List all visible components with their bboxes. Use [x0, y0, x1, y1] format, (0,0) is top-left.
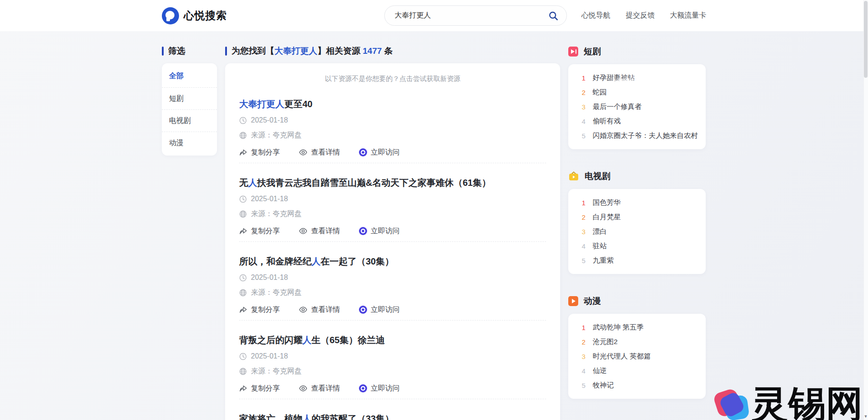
result-title-keyword: 人 [248, 178, 257, 188]
ranking-item[interactable]: 1好孕甜妻被钻 [568, 71, 706, 85]
visit-icon [359, 148, 367, 156]
rank-label: 闪婚京圈太子爷：夫人她来自农村 [593, 131, 698, 141]
copy-share-button[interactable]: 复制分享 [239, 305, 280, 315]
ranking-item[interactable]: 1国色芳华 [568, 195, 706, 210]
search-icon[interactable] [547, 10, 559, 22]
ranking-heading: 短剧 [568, 46, 706, 57]
result-date: 2025-01-18 [251, 352, 288, 360]
result-date-row: 2025-01-18 [239, 116, 546, 125]
rank-number: 4 [580, 367, 587, 375]
search-box[interactable] [384, 5, 567, 26]
brand[interactable]: 心悦搜索 [162, 7, 227, 24]
copy-share-label: 复制分享 [251, 384, 280, 393]
ranking-title: 动漫 [584, 295, 601, 307]
globe-icon [239, 132, 247, 139]
view-detail-button[interactable]: 查看详情 [299, 148, 340, 157]
scrollbar[interactable]: ▼ [863, 0, 868, 420]
result-source-row: 来源：夸克网盘 [239, 131, 546, 140]
brand-logo-icon [162, 7, 179, 24]
rank-number: 2 [580, 338, 587, 346]
ranking-section-tv: 电视剧 1国色芳华 2白月梵星 3漂白 4驻站 5九重紫 [568, 171, 706, 274]
copy-share-button[interactable]: 复制分享 [239, 384, 280, 393]
ranking-item[interactable]: 3最后一个修真者 [568, 99, 706, 114]
view-detail-label: 查看详情 [311, 227, 340, 236]
rank-number: 3 [580, 228, 587, 236]
result-title-pre: 无 [239, 178, 248, 188]
copy-share-label: 复制分享 [251, 305, 280, 315]
rank-number: 1 [580, 199, 587, 207]
share-icon [239, 227, 247, 235]
result-item: 背叛之后的闪耀人生（65集）徐兰迪 2025-01-18 来源：夸克网盘 复制分… [239, 334, 546, 399]
rank-label: 牧神记 [593, 381, 614, 390]
result-title[interactable]: 大奉打更人更至40 [239, 98, 546, 110]
results-heading: 为您找到【大奉打更人】相关资源 1477 条 [225, 46, 560, 56]
filter-card: 全部 短剧 电视剧 动漫 [162, 63, 217, 156]
view-detail-button[interactable]: 查看详情 [299, 227, 340, 236]
visit-button[interactable]: 立即访问 [359, 148, 400, 157]
anime-play-icon [568, 296, 578, 306]
visit-button[interactable]: 立即访问 [359, 305, 400, 315]
eye-icon [299, 149, 307, 156]
filter-sidebar: 筛选 全部 短剧 电视剧 动漫 [162, 46, 217, 156]
ranking-card: 1国色芳华 2白月梵星 3漂白 4驻站 5九重紫 [568, 189, 706, 274]
nav-link-dataplan[interactable]: 大额流量卡 [670, 11, 706, 20]
view-detail-button[interactable]: 查看详情 [299, 384, 340, 393]
rank-number: 4 [580, 118, 587, 125]
filter-item-tv[interactable]: 电视剧 [162, 109, 217, 132]
ranking-item[interactable]: 2蛇园 [568, 85, 706, 99]
ranking-card: 1武动乾坤 第五季 2沧元图2 3时光代理人 英都篇 4仙逆 5牧神记 [568, 314, 706, 399]
scroll-down-icon[interactable]: ▼ [863, 414, 868, 419]
ranking-item[interactable]: 3漂白 [568, 224, 706, 239]
heading-count: 1477 [363, 46, 382, 56]
result-actions: 复制分享 查看详情 立即访问 [239, 304, 546, 315]
rank-label: 仙逆 [593, 366, 607, 376]
result-title[interactable]: 背叛之后的闪耀人生（65集）徐兰迪 [239, 334, 546, 346]
rank-label: 白月梵星 [593, 212, 621, 222]
ranking-item[interactable]: 2白月梵星 [568, 210, 706, 224]
nav-link-navigation[interactable]: 心悦导航 [581, 11, 610, 20]
rank-number: 3 [580, 353, 587, 360]
result-title-pre: 背叛之后的闪耀 [239, 335, 302, 345]
filter-item-anime[interactable]: 动漫 [162, 132, 217, 154]
ranking-item[interactable]: 4偷听有戏 [568, 114, 706, 128]
visit-button[interactable]: 立即访问 [359, 227, 400, 236]
result-title-post: 的我苏醒了（33集） [311, 414, 394, 420]
filter-item-shortdrama[interactable]: 短剧 [162, 87, 217, 109]
result-title[interactable]: 所以，和金牌经纪人在一起了（30集） [239, 255, 546, 267]
ranking-item[interactable]: 4驻站 [568, 239, 706, 253]
view-detail-button[interactable]: 查看详情 [299, 305, 340, 315]
scrollbar-thumb[interactable] [864, 1, 868, 78]
copy-share-label: 复制分享 [251, 227, 280, 236]
ranking-item[interactable]: 5牧神记 [568, 378, 706, 392]
nav-link-feedback[interactable]: 提交反馈 [626, 11, 655, 20]
ranking-item[interactable]: 5九重紫 [568, 253, 706, 268]
result-title-keyword: 人 [302, 414, 311, 420]
copy-share-button[interactable]: 复制分享 [239, 227, 280, 236]
result-title-pre: 所以，和金牌经纪 [239, 256, 311, 266]
ranking-item[interactable]: 3时光代理人 英都篇 [568, 349, 706, 363]
ranking-item[interactable]: 1武动乾坤 第五季 [568, 320, 706, 335]
globe-icon [239, 289, 247, 297]
rank-number: 1 [580, 74, 587, 82]
watermark: 灵锡网 [715, 386, 863, 420]
copy-share-button[interactable]: 复制分享 [239, 148, 280, 157]
result-title[interactable]: 无人扶我青云志我自踏雪至山巅&名动天下之家事难休（61集） [239, 177, 546, 189]
ranking-item[interactable]: 4仙逆 [568, 363, 706, 378]
filter-item-all[interactable]: 全部 [162, 65, 217, 87]
ranking-section-shortdrama: 短剧 1好孕甜妻被钻 2蛇园 3最后一个修真者 4偷听有戏 5闪婚京圈太子爷：夫… [568, 46, 706, 149]
result-source: 来源：夸克网盘 [251, 288, 302, 297]
search-input[interactable] [395, 12, 547, 20]
result-title[interactable]: 家族将亡，植物人的我苏醒了（33集） [239, 413, 546, 420]
refresh-notice[interactable]: 以下资源不是你想要的？点击尝试获取新资源 [239, 74, 546, 83]
rank-label: 国色芳华 [593, 198, 621, 208]
filter-heading: 筛选 [162, 46, 217, 56]
visit-label: 立即访问 [371, 305, 400, 315]
result-title-post: 扶我青云志我自踏雪至山巅&名动天下之家事难休（61集） [257, 178, 491, 188]
rank-number: 5 [580, 382, 587, 389]
ranking-title: 短剧 [584, 46, 601, 57]
visit-label: 立即访问 [371, 148, 400, 157]
ranking-item[interactable]: 5闪婚京圈太子爷：夫人她来自农村 [568, 128, 706, 143]
visit-button[interactable]: 立即访问 [359, 384, 400, 393]
eye-icon [299, 228, 307, 234]
ranking-item[interactable]: 2沧元图2 [568, 335, 706, 349]
